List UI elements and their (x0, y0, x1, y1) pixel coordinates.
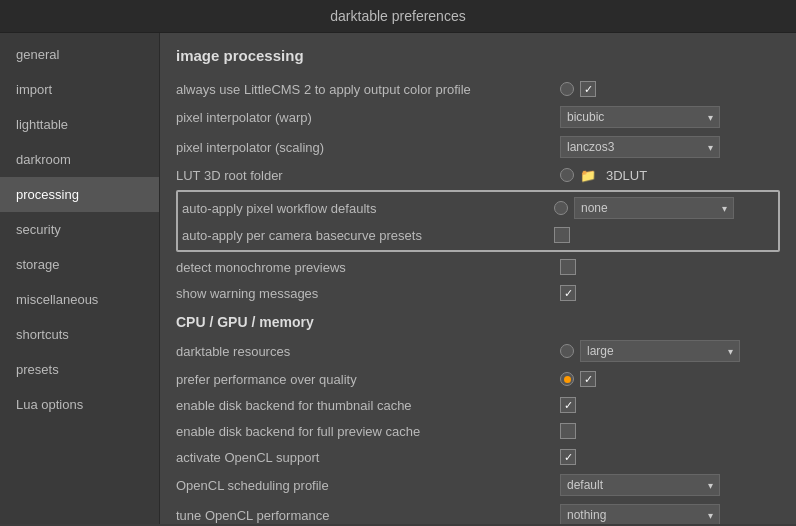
chevron-down-icon: ▾ (708, 480, 713, 491)
row-opencl: activate OpenCL support (176, 444, 780, 470)
label-monochrome: detect monochrome previews (176, 260, 560, 275)
label-opencl-scheduling: OpenCL scheduling profile (176, 478, 560, 493)
section-title: image processing (176, 47, 780, 64)
radio-resources[interactable] (560, 344, 574, 358)
radio-pixel-workflow[interactable] (554, 201, 568, 215)
sidebar-item-security[interactable]: security (0, 212, 159, 247)
label-pixel-workflow: auto-apply pixel workflow defaults (182, 201, 554, 216)
control-monochrome (560, 259, 780, 275)
dropdown-resources-value: large (587, 344, 614, 358)
checkbox-opencl[interactable] (560, 449, 576, 465)
label-opencl-tune: tune OpenCL performance (176, 508, 560, 523)
label-warning: show warning messages (176, 286, 560, 301)
dropdown-scaling-value: lanczos3 (567, 140, 614, 154)
label-lut-folder: LUT 3D root folder (176, 168, 560, 183)
radio-lut[interactable] (560, 168, 574, 182)
row-pixel-warp: pixel interpolator (warp) bicubic ▾ (176, 102, 780, 132)
checkbox-littlecms[interactable] (580, 81, 596, 97)
row-resources: darktable resources large ▾ (176, 336, 780, 366)
control-opencl-tune: nothing ▾ (560, 504, 780, 524)
dropdown-pixel-scaling[interactable]: lanczos3 ▾ (560, 136, 720, 158)
checkbox-warning[interactable] (560, 285, 576, 301)
title: darktable preferences (330, 8, 465, 24)
row-opencl-scheduling: OpenCL scheduling profile default ▾ (176, 470, 780, 500)
sidebar-item-processing[interactable]: processing (0, 177, 159, 212)
row-performance: prefer performance over quality (176, 366, 780, 392)
control-warning (560, 285, 780, 301)
label-resources: darktable resources (176, 344, 560, 359)
control-resources: large ▾ (560, 340, 780, 362)
lut-folder-value: 3DLUT (606, 168, 647, 183)
control-basecurve (554, 227, 774, 243)
sidebar-item-import[interactable]: import (0, 72, 159, 107)
dropdown-opencl-scheduling[interactable]: default ▾ (560, 474, 720, 496)
row-basecurve: auto-apply per camera basecurve presets (178, 222, 778, 248)
chevron-down-icon: ▾ (708, 112, 713, 123)
label-disk-preview: enable disk backend for full preview cac… (176, 424, 560, 439)
content-area: image processing always use LittleCMS 2 … (160, 33, 796, 524)
control-littlecms (560, 81, 780, 97)
dropdown-pixel-warp[interactable]: bicubic ▾ (560, 106, 720, 128)
checkbox-monochrome[interactable] (560, 259, 576, 275)
sidebar-item-darkroom[interactable]: darkroom (0, 142, 159, 177)
label-basecurve: auto-apply per camera basecurve presets (182, 228, 554, 243)
dropdown-opencl-tune[interactable]: nothing ▾ (560, 504, 720, 524)
control-opencl (560, 449, 780, 465)
chevron-down-icon: ▾ (728, 346, 733, 357)
checkbox-basecurve[interactable] (554, 227, 570, 243)
highlight-box: auto-apply pixel workflow defaults none … (176, 190, 780, 252)
control-opencl-scheduling: default ▾ (560, 474, 780, 496)
label-pixel-scaling: pixel interpolator (scaling) (176, 140, 560, 155)
row-pixel-scaling: pixel interpolator (scaling) lanczos3 ▾ (176, 132, 780, 162)
row-disk-thumbnail: enable disk backend for thumbnail cache (176, 392, 780, 418)
control-pixel-scaling: lanczos3 ▾ (560, 136, 780, 158)
label-disk-thumbnail: enable disk backend for thumbnail cache (176, 398, 560, 413)
row-littlecms: always use LittleCMS 2 to apply output c… (176, 76, 780, 102)
label-opencl: activate OpenCL support (176, 450, 560, 465)
row-disk-preview: enable disk backend for full preview cac… (176, 418, 780, 444)
checkbox-performance[interactable] (580, 371, 596, 387)
dropdown-resources[interactable]: large ▾ (580, 340, 740, 362)
control-pixel-workflow: none ▾ (554, 197, 774, 219)
dropdown-scheduling-value: default (567, 478, 603, 492)
control-disk-thumbnail (560, 397, 780, 413)
sidebar-item-shortcuts[interactable]: shortcuts (0, 317, 159, 352)
checkbox-disk-preview[interactable] (560, 423, 576, 439)
row-opencl-tune: tune OpenCL performance nothing ▾ (176, 500, 780, 524)
chevron-down-icon: ▾ (708, 510, 713, 521)
dropdown-workflow-value: none (581, 201, 608, 215)
sidebar-item-miscellaneous[interactable]: miscellaneous (0, 282, 159, 317)
sidebar-item-general[interactable]: general (0, 37, 159, 72)
sidebar-item-storage[interactable]: storage (0, 247, 159, 282)
chevron-down-icon: ▾ (722, 203, 727, 214)
title-bar: darktable preferences (0, 0, 796, 33)
main-layout: generalimportlighttabledarkroomprocessin… (0, 33, 796, 524)
row-warning: show warning messages (176, 280, 780, 306)
sidebar-item-Lua-options[interactable]: Lua options (0, 387, 159, 422)
label-performance: prefer performance over quality (176, 372, 560, 387)
dropdown-pixel-workflow[interactable]: none ▾ (574, 197, 734, 219)
sidebar-item-lighttable[interactable]: lighttable (0, 107, 159, 142)
label-littlecms: always use LittleCMS 2 to apply output c… (176, 82, 560, 97)
dropdown-warp-value: bicubic (567, 110, 604, 124)
radio-performance[interactable] (560, 372, 574, 386)
control-lut-folder: 📁 3DLUT (560, 168, 780, 183)
checkbox-disk-thumbnail[interactable] (560, 397, 576, 413)
row-pixel-workflow: auto-apply pixel workflow defaults none … (178, 194, 778, 222)
control-performance (560, 371, 780, 387)
cpu-section-title: CPU / GPU / memory (176, 314, 780, 330)
label-pixel-warp: pixel interpolator (warp) (176, 110, 560, 125)
row-lut-folder: LUT 3D root folder 📁 3DLUT (176, 162, 780, 188)
folder-icon: 📁 (580, 168, 596, 183)
control-pixel-warp: bicubic ▾ (560, 106, 780, 128)
radio-littlecms[interactable] (560, 82, 574, 96)
chevron-down-icon: ▾ (708, 142, 713, 153)
dropdown-tune-value: nothing (567, 508, 606, 522)
sidebar-item-presets[interactable]: presets (0, 352, 159, 387)
control-disk-preview (560, 423, 780, 439)
row-monochrome: detect monochrome previews (176, 254, 780, 280)
sidebar: generalimportlighttabledarkroomprocessin… (0, 33, 160, 524)
